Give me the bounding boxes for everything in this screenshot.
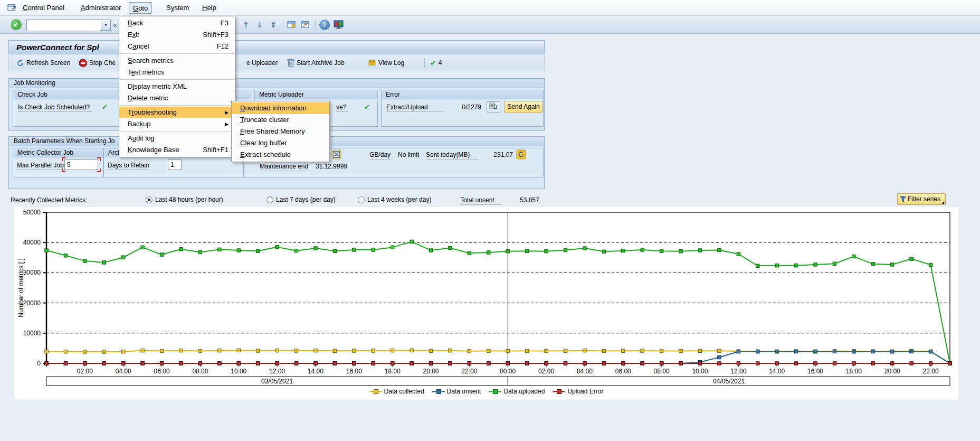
maintenance-end-label: Maintenance end [260,163,309,171]
svg-text:20:00: 20:00 [423,368,439,375]
menubar-item-administrator[interactable]: Administrator [77,2,125,14]
menu-item-test-metrics[interactable]: Test metrics [119,67,235,78]
error-detail-button[interactable] [487,101,500,112]
dropdown-corner-icon: ◢ [941,200,944,204]
customize-layout-icon[interactable] [333,20,345,32]
error-header: Error [382,90,543,99]
legend-marker-icon [552,389,566,395]
menu-item-audit-log[interactable]: Audit log [119,133,235,144]
new-session-icon[interactable] [287,20,297,32]
legend-label: Upload Error [567,388,603,395]
sent-today-label: Sent today(MB) [426,151,479,159]
ok-icon[interactable]: ✔ [11,19,22,30]
menu-item-cancel[interactable]: CancelF12 [119,41,235,52]
svg-text:12:00: 12:00 [730,368,746,375]
send-again-button[interactable]: Send Again [505,101,543,112]
create-shortcut-icon[interactable] [300,20,311,32]
radio-circle[interactable] [358,196,365,203]
menubar-item-system[interactable]: System [163,2,193,14]
radio-circle[interactable] [146,196,153,203]
menu-item-search-metrics[interactable]: Search metrics [119,55,235,67]
radio-label: Last 7 days (per day) [276,196,336,203]
max-parallel-jobs-input[interactable] [64,159,98,170]
filter-series-button[interactable]: Filter series ◢ [897,193,946,205]
uploader-active-check-icon: ✔ [364,103,370,111]
refresh-screen-button[interactable]: Refresh Screen [16,58,70,68]
menu-item-back[interactable]: BackF3 [119,17,235,29]
calendar-icon[interactable] [331,149,341,162]
legend-label: Data collected [384,388,424,395]
period-radio-last-7-days-per-day[interactable]: Last 7 days (per day) [267,196,336,203]
metric-collector-header: Metric Collector Job [13,148,103,157]
svg-text:Number of metrics [ ]: Number of metrics [ ] [17,258,25,317]
menubar-item-goto[interactable]: Goto [129,2,152,14]
help-icon[interactable]: ? [319,20,330,30]
svg-text:50000: 50000 [23,209,41,216]
uploader-button-fragment[interactable]: e Uploader [246,58,278,68]
svg-text:22:00: 22:00 [923,368,939,375]
submenu-item-download-information[interactable]: Download information [232,102,329,114]
start-archive-job-button[interactable]: Start Archive Job [287,58,345,68]
days-to-retain-label: Days to Retain [108,162,148,170]
metric-uploader-header: Metric Uploader [255,90,377,99]
menubar-item-help[interactable]: Help [198,2,220,14]
menu-item-delete-metric[interactable]: Delete metric [119,92,235,104]
radio-label: Last 4 weeks (per day) [367,196,431,203]
check-job-scheduled-label: Is Check Job Scheduled? [18,104,92,112]
system-menu-icon[interactable] [7,4,17,14]
menu-item-exit[interactable]: ExitShift+F3 [119,29,235,41]
radio-circle[interactable] [267,196,273,203]
svg-text:18:00: 18:00 [385,368,401,375]
legend-item-data-unsent: Data unsent [432,388,481,395]
counter-value: 4 [439,59,442,67]
focus-corner [62,168,65,172]
command-input[interactable] [27,21,100,31]
submenu-item-free-shared-memory[interactable]: Free Shared Memory [232,126,329,137]
menu-item-backup[interactable]: Backup▶ [119,118,235,130]
svg-text:40000: 40000 [23,239,41,246]
svg-text:20:00: 20:00 [884,368,900,375]
collapse-toolbar-icon[interactable]: « [113,21,117,29]
log-icon [368,59,376,67]
legend-marker-icon [432,389,445,395]
view-log-button[interactable]: View Log [368,58,404,68]
focus-corner [97,168,101,172]
menu-item-troubleshooting[interactable]: Troubleshooting▶ [119,107,235,118]
command-dropdown-icon[interactable]: ▼ [101,20,110,30]
days-to-retain-input[interactable] [168,159,182,170]
stop-check-button[interactable]: Stop Che [79,58,116,68]
menu-item-knowledge-base[interactable]: Knowledge BaseShift+F1 [119,144,235,156]
svg-text:0: 0 [37,360,41,367]
toolbar-separator [315,20,316,30]
page-scroll-icon[interactable]: ⇕ [268,20,279,31]
recalculate-icon[interactable] [516,149,526,162]
submenu-item-truncate-cluster[interactable]: Truncate cluster [232,114,329,126]
page-up-icon[interactable]: ⇑ [240,20,252,31]
svg-text:16:00: 16:00 [346,368,362,375]
svg-text:04/05/2021: 04/05/2021 [713,378,745,385]
svg-text:12:00: 12:00 [269,368,285,375]
submenu-item-extract-schedule[interactable]: Extract schedule [232,149,329,161]
legend-item-upload-error: Upload Error [552,388,603,395]
svg-text:03/05/2021: 03/05/2021 [261,378,293,385]
uploader-active-label-fragment: ve? [336,104,348,112]
legend-marker-icon [488,389,502,395]
menu-bar: Control PanelAdministratorGotoSystemHelp [0,0,980,16]
command-field: ▼ [26,20,111,31]
check-job-scheduled-check-icon: ✔ [102,103,108,111]
submenu-arrow-icon: ▶ [225,107,229,118]
period-radio-last-48-hours-per-hour[interactable]: Last 48 hours (per hour) [146,196,223,203]
period-radio-last-4-weeks-per-day[interactable]: Last 4 weeks (per day) [358,196,431,203]
stop-icon [79,59,87,67]
submenu-item-clear-log-buffer[interactable]: Clear log buffer [232,137,329,149]
menu-separator [120,105,234,106]
page-down-icon[interactable]: ⇓ [254,20,265,31]
menubar-item-control-panel[interactable]: Control Panel [19,2,68,14]
menu-item-display-metric-xml[interactable]: Display metric XML [119,81,235,92]
svg-text:14:00: 14:00 [769,368,785,375]
no-limit-value: No limit [398,151,419,158]
refresh-icon [16,59,24,67]
maintenance-end-value: 31.12.9999 [316,163,347,170]
sent-today-value: 231,07 [490,151,513,158]
gb-per-day-label: GB/day [369,151,392,159]
